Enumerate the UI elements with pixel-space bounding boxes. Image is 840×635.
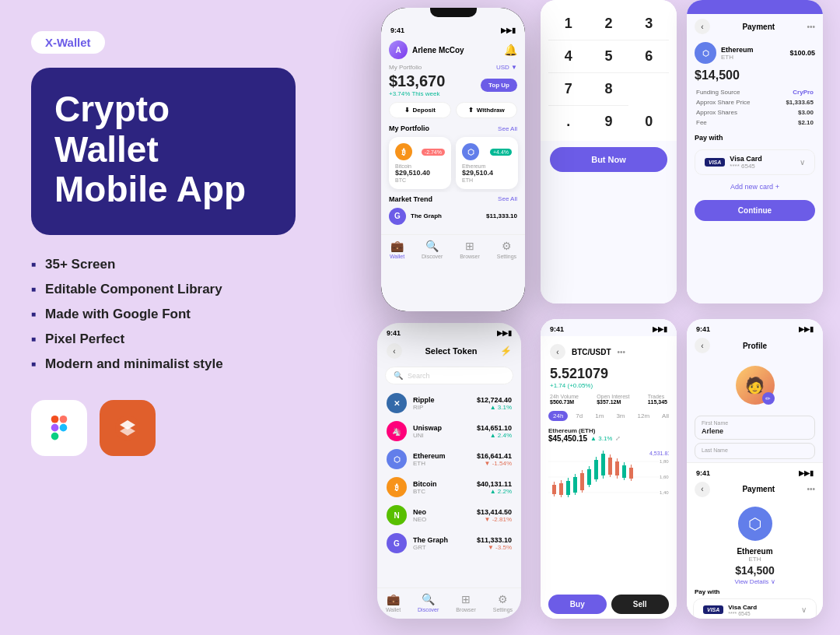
token-nav-wallet-label: Wallet	[386, 607, 401, 612]
tab-1m[interactable]: 1m	[590, 411, 608, 421]
view-details-link[interactable]: View Details ∨	[687, 578, 823, 585]
payment-more-icon[interactable]: •••	[807, 23, 815, 31]
ethereum-icon: ⬡	[462, 143, 479, 160]
key-9[interactable]	[628, 73, 669, 106]
add-card-link[interactable]: Add new card +	[687, 180, 823, 194]
btc-back-button[interactable]: ‹	[550, 344, 565, 360]
ethereum-card[interactable]: ⬡ +4.4% Ethereum $29,510.4 ETH	[456, 137, 518, 189]
funding-source-value: CryPro	[793, 89, 814, 96]
token-nav-settings[interactable]: ⚙ Settings	[493, 593, 513, 612]
tab-7d[interactable]: 7d	[571, 411, 587, 421]
card-chevron-icon[interactable]: ∨	[800, 158, 805, 167]
notification-icon[interactable]: 🔔	[504, 44, 517, 56]
payment-bottom-card-last4: **** 6545	[728, 611, 757, 616]
chart-expand-icon[interactable]: ⤢	[615, 435, 621, 442]
token-filter-icon[interactable]: ⚡	[500, 346, 512, 356]
key-dot[interactable]: .	[548, 106, 589, 138]
tab-all[interactable]: All	[657, 411, 674, 421]
key-0[interactable]: 9	[589, 106, 629, 138]
tab-12m[interactable]: 12m	[633, 411, 655, 421]
currency-selector[interactable]: USD ▼	[496, 64, 517, 71]
fee-label: Fee	[696, 119, 707, 126]
last-name-label: Last Name	[702, 447, 808, 453]
status-bar: 9:41 ▶▶▮	[381, 20, 525, 37]
phone-notch	[430, 8, 477, 17]
edit-avatar-icon[interactable]: ✏	[762, 392, 775, 405]
token-search-box[interactable]: 🔍 Search	[385, 367, 513, 384]
tab-24h[interactable]: 24h	[548, 411, 568, 421]
bottom-nav: 💼 Wallet 🔍 Discover ⊞ Browser ⚙ Settings	[381, 234, 525, 265]
visa-card-row[interactable]: VISA Visa Card **** 6545 ∨	[695, 149, 815, 175]
payment-bottom-back-button[interactable]: ‹	[695, 482, 710, 497]
figma-icon-box[interactable]	[31, 400, 87, 456]
token-ethereum[interactable]: ⬡ Ethereum ETH $16,641.41 ▼ -1.54%	[377, 445, 521, 473]
keypad-grid-top: 1 2 3 4 5 6 7 8 . 9 0	[548, 8, 669, 138]
buy-now-button[interactable]: But Now	[550, 147, 667, 172]
payment-bottom-more[interactable]: •••	[807, 485, 815, 493]
profile-avatar-container: 🧑 ✏	[687, 358, 823, 412]
continue-button[interactable]: Continue	[695, 200, 815, 221]
key-5[interactable]: 5	[589, 40, 629, 73]
withdraw-button[interactable]: ⬆ Withdraw	[456, 102, 518, 118]
key-8[interactable]: 8	[589, 73, 629, 106]
payment-top-screen: ‹ Payment ••• ⬡ Ethereum ETH $100.05 $14…	[687, 0, 823, 303]
token-ripple[interactable]: ✕ Ripple RIP $12,724.40 ▲ 3.1%	[377, 389, 521, 417]
token-nav-discover[interactable]: 🔍 Discover	[418, 593, 439, 612]
token-discover-icon: 🔍	[422, 593, 435, 605]
key-1[interactable]: 1	[548, 8, 589, 40]
stacks-icon-box[interactable]	[100, 400, 156, 456]
key-3[interactable]: 3	[628, 8, 669, 40]
fee-row: Fee $2.10	[687, 118, 823, 128]
market-see-all[interactable]: See All	[498, 195, 517, 202]
see-all-link[interactable]: See All	[498, 125, 517, 132]
feature-4: Pixel Perfect	[31, 332, 296, 347]
btc-price-section: 5.521079 +1.74 (+0.05%)	[541, 364, 677, 391]
share-price-label: Approx Share Price	[696, 99, 750, 106]
nav-discover-label: Discover	[422, 254, 443, 259]
nav-wallet[interactable]: 💼 Wallet	[390, 240, 404, 259]
token-uniswap[interactable]: 🦄 Uniswap UNI $14,651.10 ▲ 2.4%	[377, 417, 521, 445]
profile-avatar: 🧑 ✏	[736, 366, 775, 405]
last-name-field[interactable]: Last Name	[695, 443, 815, 459]
token-neo[interactable]: N Neo NEO $13,414.50 ▼ -2.81%	[377, 501, 521, 529]
first-name-field[interactable]: First Name Arlene	[695, 416, 815, 440]
btc-pair: BTC/USDT	[572, 348, 611, 356]
nav-settings[interactable]: ⚙ Settings	[497, 240, 516, 259]
nav-discover[interactable]: 🔍 Discover	[422, 240, 443, 259]
key-7[interactable]: 7	[548, 73, 589, 106]
btc-change: ▲ 2.2%	[477, 488, 512, 495]
top-up-button[interactable]: Top Up	[481, 79, 517, 92]
token-status-bar: 9:41 ▶▶▮	[377, 323, 521, 340]
payment-eth-icon-container: ⬡	[687, 500, 823, 547]
token-browser-icon: ⊞	[461, 593, 471, 605]
deposit-button[interactable]: ⬇ Deposit	[389, 102, 451, 118]
payment-bottom-visa-row[interactable]: VISA Visa Card **** 6545 ∨	[693, 598, 817, 619]
ethereum-badge: +4.4%	[490, 149, 512, 156]
uniswap-name: Uniswap	[413, 424, 442, 432]
token-bitcoin[interactable]: ₿ Bitcoin BTC $40,131.11 ▲ 2.2%	[377, 473, 521, 501]
svg-point-4	[60, 423, 68, 431]
tab-3m[interactable]: 3m	[611, 411, 629, 421]
profile-back-button[interactable]: ‹	[695, 338, 710, 353]
my-portfolio-label: My Portfolio	[389, 125, 429, 132]
bitcoin-card[interactable]: ₿ -2.74% Bitcoin $29,510.40 BTC	[389, 137, 451, 189]
app-badge: X-Wallet	[31, 31, 105, 54]
key-6[interactable]: 6	[628, 40, 669, 73]
nav-browser[interactable]: ⊞ Browser	[460, 240, 480, 259]
payment-header: ‹ Payment •••	[687, 14, 823, 39]
feature-3: Made with Google Font	[31, 307, 296, 322]
buy-button[interactable]: Buy	[548, 595, 607, 614]
key-4[interactable]: 4	[548, 40, 589, 73]
key-del[interactable]: 0	[628, 106, 669, 138]
payment-back-button[interactable]: ‹	[695, 19, 710, 34]
token-nav-wallet[interactable]: 💼 Wallet	[386, 593, 401, 612]
volume-value: $500.73M	[550, 399, 579, 405]
token-back-button[interactable]: ‹	[387, 343, 402, 359]
token-graph[interactable]: G The Graph GRT $11,333.10 ▼ -3.5%	[377, 529, 521, 557]
key-2[interactable]: 2	[589, 8, 629, 40]
payment-bottom-chevron-icon[interactable]: ∨	[801, 605, 807, 614]
btc-options-icon[interactable]: •••	[618, 348, 626, 356]
sell-button[interactable]: Sell	[611, 595, 670, 614]
nav-browser-label: Browser	[460, 254, 480, 259]
token-nav-browser[interactable]: ⊞ Browser	[456, 593, 476, 612]
